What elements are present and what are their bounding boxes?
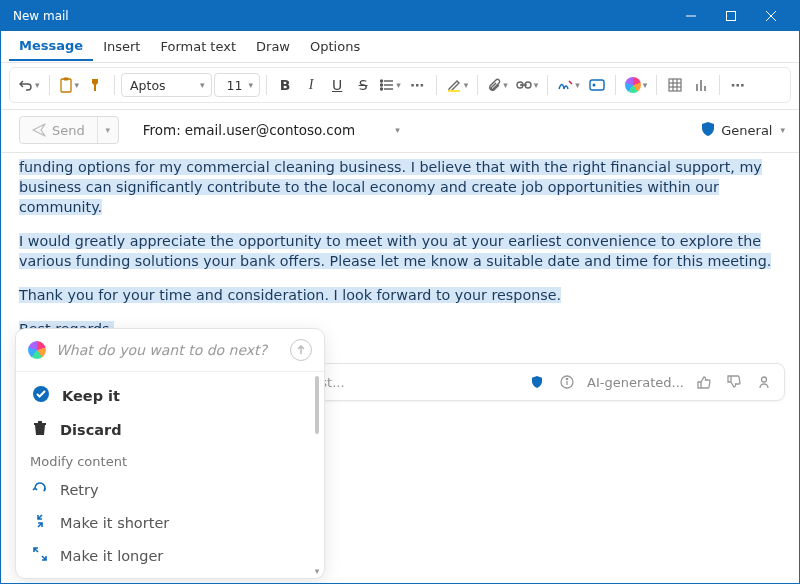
svg-point-11 <box>381 88 383 90</box>
modify-content-label: Modify content <box>16 446 324 473</box>
option-make-longer[interactable]: Make it longer <box>16 539 324 572</box>
tab-message[interactable]: Message <box>9 32 93 61</box>
attach-button[interactable]: ▾ <box>484 71 511 99</box>
svg-rect-1 <box>727 12 736 21</box>
svg-point-28 <box>566 378 567 379</box>
tab-draw[interactable]: Draw <box>246 33 300 60</box>
option-make-shorter[interactable]: Make it shorter <box>16 506 324 539</box>
send-split-button[interactable]: ▾ <box>98 125 118 135</box>
shield-icon <box>701 121 715 140</box>
svg-point-10 <box>381 84 383 86</box>
svg-rect-5 <box>63 78 68 81</box>
bold-button[interactable]: B <box>273 71 297 99</box>
copilot-suggestions-panel: What do you want to do next? Keep it Dis… <box>15 328 325 579</box>
maximize-button[interactable] <box>711 1 751 31</box>
tab-format-text[interactable]: Format text <box>150 33 246 60</box>
scroll-thumb[interactable] <box>315 376 319 434</box>
body-paragraph-3: Thank you for your time and consideratio… <box>19 287 561 303</box>
bullets-button[interactable]: ▾ <box>377 71 404 99</box>
italic-button[interactable]: I <box>299 71 323 99</box>
copilot-icon <box>28 341 46 359</box>
check-circle-icon <box>32 385 50 406</box>
format-painter-button[interactable] <box>84 71 108 99</box>
from-value[interactable]: email.user@contoso.com <box>181 122 355 138</box>
panel-scrollbar[interactable]: ▴ ▾ <box>313 376 321 574</box>
svg-rect-4 <box>61 79 71 92</box>
from-label: From: <box>119 122 181 138</box>
option-retry[interactable]: Retry <box>16 473 324 506</box>
option-discard[interactable]: Discard <box>16 413 324 446</box>
thumbs-down-button[interactable] <box>724 375 744 389</box>
tab-options[interactable]: Options <box>300 33 370 60</box>
copilot-prompt-question: What do you want to do next? <box>56 342 280 358</box>
send-button[interactable]: Send ▾ <box>19 116 119 144</box>
poll-button[interactable] <box>689 71 713 99</box>
option-keep-it[interactable]: Keep it <box>16 378 324 413</box>
send-icon <box>32 123 46 137</box>
tab-insert[interactable]: Insert <box>93 33 150 60</box>
sensitivity-selector[interactable]: General ▾ <box>701 121 785 140</box>
submit-button[interactable] <box>290 339 312 361</box>
font-size-select[interactable]: 11▾ <box>214 73 261 97</box>
body-paragraph-1: funding options for my commercial cleani… <box>19 159 762 215</box>
svg-rect-18 <box>669 79 681 91</box>
body-paragraph-2: I would greatly appreciate the opportuni… <box>19 233 771 269</box>
underline-button[interactable]: U <box>325 71 349 99</box>
ribbon-tabs: Message Insert Format text Draw Options <box>1 31 799 63</box>
collapse-icon <box>32 513 48 532</box>
shield-icon[interactable] <box>527 375 547 389</box>
loop-button[interactable] <box>585 71 609 99</box>
signature-button[interactable]: ▾ <box>554 71 583 99</box>
window-title: New mail <box>9 9 671 23</box>
ribbon-overflow-button[interactable]: ⋯ <box>726 71 750 99</box>
font-family-select[interactable]: Aptos▾ <box>121 73 212 97</box>
ribbon-toolbar: ▾ ▾ Aptos▾ 11▾ B I U S ▾ ⋯ ▾ ▾ ▾ ▾ ▾ ⋯ <box>9 67 791 103</box>
window-titlebar: New mail <box>1 1 799 31</box>
strikethrough-button[interactable]: S <box>351 71 375 99</box>
more-formatting-button[interactable]: ⋯ <box>406 71 430 99</box>
close-button[interactable] <box>751 1 791 31</box>
link-button[interactable]: ▾ <box>513 71 542 99</box>
svg-rect-12 <box>448 90 460 92</box>
highlight-button[interactable]: ▾ <box>443 71 472 99</box>
thumbs-up-button[interactable] <box>694 375 714 389</box>
table-button[interactable] <box>663 71 687 99</box>
ai-status-label: AI-generated... <box>587 375 684 390</box>
trash-icon <box>32 420 48 439</box>
undo-button[interactable]: ▾ <box>16 71 43 99</box>
scroll-down-arrow[interactable]: ▾ <box>313 566 321 576</box>
paste-button[interactable]: ▾ <box>56 71 83 99</box>
copy-button[interactable] <box>754 375 774 389</box>
info-icon[interactable] <box>557 375 577 389</box>
compose-header: Send ▾ From: email.user@contoso.com ▾ Ge… <box>1 109 799 153</box>
copilot-ribbon-button[interactable]: ▾ <box>622 71 651 99</box>
svg-point-17 <box>592 84 595 87</box>
svg-rect-16 <box>590 80 604 90</box>
retry-icon <box>32 480 48 499</box>
minimize-button[interactable] <box>671 1 711 31</box>
svg-point-29 <box>762 377 767 382</box>
email-body[interactable]: funding options for my commercial cleani… <box>1 153 799 357</box>
expand-icon <box>32 546 48 565</box>
from-dropdown[interactable]: ▾ <box>355 125 400 135</box>
svg-point-9 <box>381 80 383 82</box>
